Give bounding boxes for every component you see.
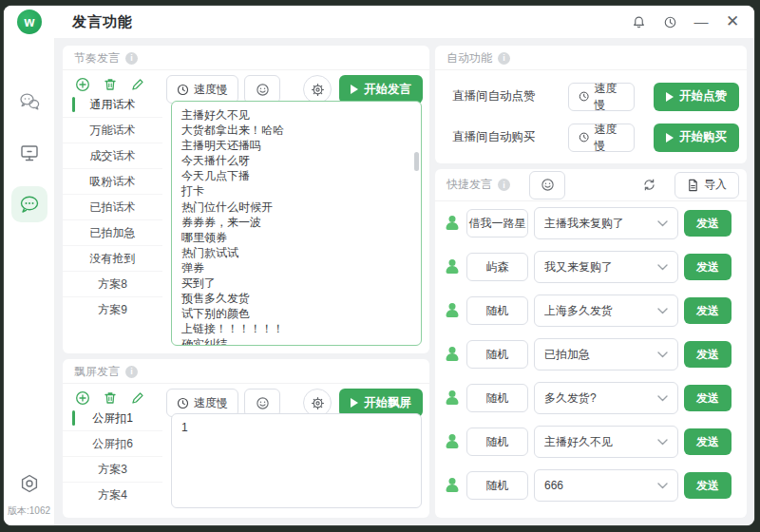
start-auto-button[interactable]: 开始点赞 <box>654 83 739 111</box>
speed-label: 速度慢 <box>594 81 624 113</box>
send-button[interactable]: 发送 <box>684 210 732 237</box>
wechat-icon[interactable] <box>11 84 48 120</box>
edit-plan-button[interactable] <box>130 77 145 92</box>
delete-plan-button[interactable] <box>103 77 118 92</box>
emoji-button[interactable] <box>244 75 280 104</box>
sender-name-box[interactable]: 屿森 <box>466 253 528 281</box>
rhythm-tab[interactable]: 已拍加急 <box>63 220 162 246</box>
rhythm-tab[interactable]: 没有抢到 <box>63 246 162 272</box>
auto-function-row: 直播间自动购买 速度慢 开始购买 <box>435 117 747 158</box>
speed-select-button[interactable]: 速度慢 <box>568 124 635 152</box>
float-tab[interactable]: 公屏扣6 <box>63 431 162 457</box>
send-button[interactable]: 发送 <box>684 428 732 455</box>
sender-name-box[interactable]: 随机 <box>466 384 528 412</box>
chevron-down-icon <box>657 439 668 446</box>
float-tab[interactable]: 公屏扣1 <box>63 406 162 431</box>
quick-message-row: 随机 主播好久不见 发送 <box>435 420 747 464</box>
rhythm-tab[interactable]: 方案9 <box>63 297 162 323</box>
main-content: 节奏发言 速度慢 <box>55 38 754 525</box>
add-plan-button[interactable] <box>75 77 90 92</box>
info-icon <box>498 179 510 191</box>
float-tab[interactable]: 方案4 <box>63 483 162 508</box>
start-auto-button[interactable]: 开始购买 <box>654 124 739 152</box>
quick-message-row: 随机 上海多久发货 发送 <box>435 289 747 332</box>
send-button[interactable]: 发送 <box>684 254 732 280</box>
sender-name-box[interactable]: 随机 <box>466 296 528 325</box>
play-icon <box>351 85 358 94</box>
send-button[interactable]: 发送 <box>684 385 732 411</box>
tab-label: 通用话术 <box>90 97 136 113</box>
emoji-button[interactable] <box>529 171 565 200</box>
speed-label: 速度慢 <box>194 395 228 411</box>
quick-message-row: 借我一路星 主播我来复购了 发送 <box>435 201 747 245</box>
tab-label: 公屏扣6 <box>92 436 133 452</box>
send-button[interactable]: 发送 <box>684 341 732 368</box>
tab-label: 已拍加急 <box>90 225 136 241</box>
send-button[interactable]: 发送 <box>684 472 732 499</box>
rhythm-tab[interactable]: 已拍话术 <box>63 195 162 220</box>
sender-name-box[interactable]: 随机 <box>466 428 528 456</box>
edit-plan-button[interactable] <box>130 390 145 406</box>
quick-message-row: 随机 已拍加急 发送 <box>435 332 747 376</box>
message-select[interactable]: 我又来复购了 <box>534 251 678 283</box>
message-select-value: 我又来复购了 <box>544 259 657 276</box>
rhythm-tab-list: 通用话术 万能话术 成交话术 吸粉话术 已拍话术 <box>63 92 162 323</box>
message-select[interactable]: 上海多久发货 <box>534 294 678 327</box>
speed-select-button[interactable]: 速度慢 <box>166 75 238 104</box>
rhythm-tab[interactable]: 吸粉话术 <box>63 169 162 195</box>
info-icon <box>498 52 510 65</box>
panel-float-title: 飘屏发言 <box>74 364 120 380</box>
import-button[interactable]: 导入 <box>674 172 739 199</box>
rhythm-tab[interactable]: 成交话术 <box>63 143 162 169</box>
tab-label: 公屏扣1 <box>92 410 133 427</box>
chat-messages-icon[interactable] <box>11 186 48 222</box>
user-icon <box>445 303 459 318</box>
close-button[interactable]: ✕ <box>724 13 741 30</box>
settings-gear-icon[interactable] <box>11 466 48 503</box>
app-window: w 发言功能 — ✕ <box>4 6 754 525</box>
monitor-icon[interactable] <box>11 135 48 171</box>
user-icon <box>445 216 459 231</box>
speed-select-button[interactable]: 速度慢 <box>568 83 635 111</box>
tab-label: 成交话术 <box>90 148 136 164</box>
active-tab-indicator <box>72 123 75 138</box>
rhythm-messages-textarea[interactable]: 主播好久不见 大货都拿出来！哈哈 主播明天还播吗 今天播什么呀 今天几点下播 打… <box>171 101 422 346</box>
panel-settings-button[interactable] <box>303 75 332 104</box>
tab-label: 吸粉话术 <box>90 174 136 190</box>
message-select[interactable]: 已拍加急 <box>534 338 678 370</box>
delete-plan-button[interactable] <box>103 390 118 406</box>
sender-name-box[interactable]: 借我一路星 <box>466 209 528 238</box>
auto-function-row: 直播间自动点赞 速度慢 开始点赞 <box>435 76 747 117</box>
tab-label: 方案3 <box>98 462 127 478</box>
active-tab-indicator <box>72 148 75 163</box>
rhythm-tab[interactable]: 万能话术 <box>63 118 162 143</box>
sender-name-box[interactable]: 随机 <box>466 340 528 369</box>
send-button[interactable]: 发送 <box>684 297 732 324</box>
user-icon <box>445 347 459 362</box>
textarea-scrollbar[interactable] <box>414 152 419 171</box>
notification-bell-icon[interactable] <box>630 13 647 30</box>
add-plan-button[interactable] <box>75 390 90 406</box>
message-select-value: 主播好久不见 <box>544 434 657 450</box>
sender-name-box[interactable]: 随机 <box>466 471 528 500</box>
float-messages-textarea[interactable]: 1 <box>171 413 422 508</box>
page-title: 发言功能 <box>72 13 133 31</box>
message-select-value: 666 <box>544 479 657 492</box>
tab-label: 万能话术 <box>90 123 136 139</box>
info-icon <box>125 366 138 378</box>
start-speech-button[interactable]: 开始发言 <box>339 75 423 104</box>
rhythm-tab[interactable]: 通用话术 <box>63 92 162 118</box>
float-tab[interactable]: 方案3 <box>63 457 162 483</box>
message-select[interactable]: 主播我来复购了 <box>534 207 678 239</box>
history-clock-icon[interactable] <box>661 13 678 30</box>
play-icon <box>666 133 674 142</box>
minimize-button[interactable]: — <box>693 13 710 30</box>
version-label: 版本:1062 <box>8 504 50 518</box>
active-tab-indicator <box>72 225 75 240</box>
refresh-icon[interactable] <box>640 177 657 194</box>
rhythm-tab[interactable]: 方案8 <box>63 272 162 297</box>
message-select[interactable]: 主播好久不见 <box>534 426 678 458</box>
message-select-value: 主播我来复购了 <box>544 216 657 232</box>
message-select[interactable]: 多久发货? <box>534 382 678 414</box>
message-select[interactable]: 666 <box>534 469 678 502</box>
